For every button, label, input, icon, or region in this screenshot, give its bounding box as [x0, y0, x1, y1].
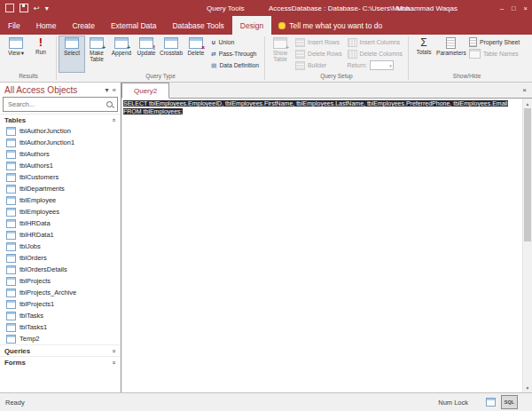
tab-file[interactable]: File	[0, 16, 28, 35]
show-table-icon	[273, 37, 287, 49]
table-list-item[interactable]: tblEmployees	[0, 206, 121, 217]
scroll-down-icon[interactable]	[523, 383, 532, 392]
view-label: View	[8, 50, 20, 56]
ribbon-separator	[56, 36, 57, 80]
return-dropdown[interactable]	[370, 60, 394, 70]
run-button[interactable]: Run	[28, 36, 53, 72]
scrollbar-track[interactable]	[523, 108, 532, 383]
navigation-pane-title[interactable]: All Access Objects	[4, 85, 102, 95]
section-header-queries[interactable]: Queries	[0, 344, 121, 356]
insert-rows-icon	[295, 38, 305, 47]
builder-button[interactable]: Builder	[293, 59, 345, 71]
table-names-button[interactable]: Table Names	[466, 48, 522, 59]
sql-text-area[interactable]: SELECT tblEmployees.EmployeeID, tblEmplo…	[121, 99, 522, 392]
table-list-item[interactable]: tblTasks	[0, 310, 121, 321]
search-input[interactable]	[6, 99, 106, 109]
table-icon	[6, 300, 16, 309]
delete-query-button[interactable]: Delete	[184, 36, 208, 72]
table-list-item[interactable]: tblOrders	[0, 252, 121, 264]
view-button[interactable]: View	[4, 36, 28, 72]
expand-forms-icon	[112, 361, 118, 365]
show-table-label: Show Table	[268, 50, 293, 62]
table-list-item[interactable]: tblCustomers	[0, 171, 121, 183]
app-icon	[5, 4, 14, 12]
return-combo[interactable]: Return:	[345, 59, 405, 71]
close-document-icon[interactable]	[517, 86, 532, 94]
tab-home[interactable]: Home	[28, 16, 65, 35]
insert-columns-button[interactable]: Insert Columns	[345, 36, 405, 48]
save-icon[interactable]	[20, 4, 28, 12]
table-list-item[interactable]: tblProjects1	[0, 298, 121, 310]
pass-through-button[interactable]: Pass-Through	[208, 48, 262, 59]
table-list-item[interactable]: tblHRData	[0, 217, 121, 229]
search-icon[interactable]	[106, 101, 113, 107]
tab-query2[interactable]: Query2	[121, 83, 169, 99]
tab-create[interactable]: Create	[64, 16, 103, 35]
close-icon[interactable]	[524, 4, 528, 12]
insert-rows-button[interactable]: Insert Rows	[293, 36, 345, 48]
builder-label: Builder	[308, 62, 326, 68]
table-name: tblHRData1	[20, 231, 54, 239]
tell-me-box[interactable]: Tell me what you want to do	[271, 16, 389, 35]
show-table-button[interactable]: Show Table	[268, 36, 293, 72]
table-list-item[interactable]: tblDepartments	[0, 183, 121, 194]
undo-icon[interactable]	[34, 4, 40, 12]
shutter-bar-icon[interactable]	[113, 86, 116, 94]
scrollbar-thumb[interactable]	[524, 108, 531, 241]
crosstab-button[interactable]: Crosstab	[159, 36, 184, 72]
nav-menu-dropdown-icon[interactable]	[106, 86, 109, 94]
sql-view-icon	[505, 399, 514, 405]
table-list-item[interactable]: tblTasks1	[0, 321, 121, 333]
table-name: tblProjects	[20, 277, 51, 285]
union-button[interactable]: Union	[208, 36, 262, 48]
table-list-item[interactable]: tblEmployee	[0, 194, 121, 206]
parameters-button[interactable]: Parameters	[436, 36, 466, 72]
maximize-icon[interactable]	[512, 4, 516, 12]
group-label-query-type: Query Type	[58, 72, 263, 82]
section-header-forms[interactable]: Forms	[0, 356, 121, 368]
sql-line-1: SELECT tblEmployees.EmployeeID, tblEmplo…	[123, 99, 522, 107]
minimize-icon[interactable]	[500, 4, 504, 12]
group-label-show-hide: Show/Hide	[410, 72, 524, 82]
window-controls	[500, 4, 528, 12]
tab-design[interactable]: Design	[232, 16, 271, 35]
datasheet-view-icon	[486, 398, 496, 407]
update-button[interactable]: Update	[134, 36, 159, 72]
make-table-button[interactable]: Make Table	[84, 36, 109, 72]
totals-button[interactable]: Totals	[411, 36, 436, 72]
tab-external-data[interactable]: External Data	[103, 16, 165, 35]
table-list-item[interactable]: tblAuthors	[0, 148, 121, 160]
section-header-tables[interactable]: Tables	[0, 114, 121, 125]
sql-view-button[interactable]	[501, 395, 518, 409]
table-names-icon	[469, 49, 481, 59]
table-list-item[interactable]: tblAuthorJunction	[0, 125, 121, 137]
property-sheet-button[interactable]: Property Sheet	[466, 36, 522, 48]
delete-rows-button[interactable]: Delete Rows	[293, 48, 345, 59]
scroll-up-icon[interactable]	[523, 99, 532, 108]
append-button[interactable]: Append	[109, 36, 134, 72]
table-list-item[interactable]: tblHRData1	[0, 229, 121, 241]
vertical-scrollbar[interactable]	[522, 99, 532, 392]
table-name: tblCustomers	[20, 173, 59, 181]
select-query-button[interactable]: Select	[59, 36, 84, 72]
table-list-item[interactable]: tblAuthors1	[0, 160, 121, 171]
delete-columns-button[interactable]: Delete Columns	[345, 48, 405, 59]
table-list-item[interactable]: Temp2	[0, 333, 121, 344]
table-icon	[6, 173, 16, 182]
table-list-item[interactable]: tblOrdersDetails	[0, 264, 121, 275]
ribbon-group-show-hide: Totals Parameters Property Sheet Table N…	[410, 35, 524, 82]
datasheet-view-button[interactable]	[482, 395, 499, 409]
ribbon: View Run Results Select	[0, 35, 532, 83]
union-icon	[211, 39, 216, 46]
tab-database-tools[interactable]: Database Tools	[164, 16, 231, 35]
update-icon	[139, 37, 153, 49]
table-list-item[interactable]: tblProjects_Archive	[0, 287, 121, 298]
property-sheet-icon	[469, 37, 477, 47]
quick-access-dropdown-icon[interactable]	[45, 4, 49, 12]
append-label: Append	[112, 50, 131, 56]
table-list-item[interactable]: tblAuthorJunction1	[0, 137, 121, 148]
table-list-item[interactable]: tblJobs	[0, 241, 121, 252]
data-definition-button[interactable]: Data Definition	[208, 59, 262, 71]
table-list-item[interactable]: tblProjects	[0, 275, 121, 287]
signed-in-user[interactable]: Muhammad Waqas	[396, 4, 458, 12]
